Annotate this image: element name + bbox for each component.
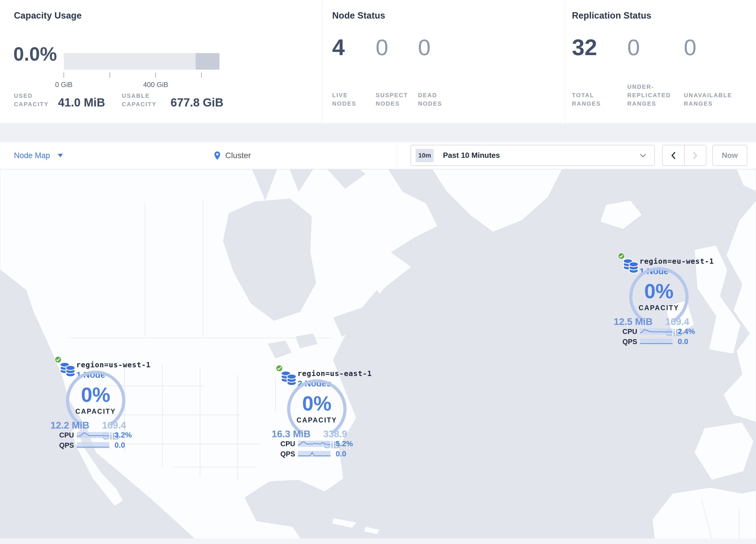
region-qps-row: QPS 0.0 <box>276 449 346 458</box>
axis-tick <box>201 72 202 77</box>
qps-value: 0.0 <box>115 441 125 450</box>
cpu-label: CPU <box>618 328 637 336</box>
region-cpu-row: CPU 2.4% <box>618 327 695 336</box>
breadcrumb[interactable]: Cluster <box>214 142 251 169</box>
qps-sparkline <box>77 442 109 448</box>
cpu-label: CPU <box>55 431 74 439</box>
replication-status-title: Replication Status <box>572 10 651 21</box>
section-divider <box>322 0 322 123</box>
region-cpu-row: CPU 5.2% <box>276 439 353 448</box>
region-capacity-percent: 0% <box>283 392 350 415</box>
now-button[interactable]: Now <box>712 145 747 166</box>
chevron-right-icon <box>693 152 697 159</box>
region-cpu-row: CPU 3.2% <box>55 431 132 440</box>
region-qps-row: QPS 0.0 <box>55 441 125 450</box>
qps-label: QPS <box>276 450 295 458</box>
time-range-label: Past 10 Minutes <box>443 151 500 160</box>
suspect-nodes-count: 0 <box>376 34 388 61</box>
chevron-down-icon <box>640 153 646 157</box>
axis-tick-label: 400 GiB <box>135 81 176 89</box>
under-replicated-label: UNDER-REPLICATED RANGES <box>627 83 681 108</box>
dead-nodes-label: DEAD NODES <box>418 91 453 108</box>
dead-nodes-count: 0 <box>418 34 430 61</box>
cpu-sparkline <box>77 432 109 438</box>
region-marker-us-east-1[interactable]: region=us-east-1 2 Nodes 0% CAPACITY 16.… <box>276 365 363 458</box>
capacity-usage-title: Capacity Usage <box>14 10 82 21</box>
step-forward-button-disabled[interactable] <box>684 145 706 165</box>
region-marker-us-west-1[interactable]: region=us-west-1 1 Node 0% CAPACITY 12.2… <box>55 357 142 449</box>
region-capacity-percent: 0% <box>626 280 692 303</box>
time-step-buttons <box>662 145 706 166</box>
axis-tick <box>155 72 156 77</box>
cpu-value: 5.2% <box>336 439 353 448</box>
map-bottom-strip <box>0 538 756 544</box>
region-capacity-label: CAPACITY <box>62 408 129 416</box>
step-back-button[interactable] <box>663 145 684 165</box>
unavailable-count: 0 <box>684 34 696 61</box>
chevron-left-icon <box>671 152 676 159</box>
used-capacity-label: USED CAPACITY <box>14 92 53 108</box>
qps-sparkline <box>640 339 673 345</box>
map-toolbar: Node Map Cluster 10m Past 10 Minutes Now <box>0 142 756 169</box>
page-background-band <box>0 124 756 142</box>
toolbar-divider <box>397 142 397 169</box>
region-capacity-label: CAPACITY <box>283 416 350 424</box>
used-capacity-value: 41.0 MiB <box>58 96 105 108</box>
qps-sparkline <box>298 451 330 457</box>
axis-tick <box>63 72 64 77</box>
axis-tick <box>110 72 110 77</box>
qps-value: 0.0 <box>678 337 688 346</box>
region-qps-row: QPS 0.0 <box>618 337 688 346</box>
cpu-sparkline <box>298 441 330 447</box>
live-nodes-count: 4 <box>332 34 345 61</box>
capacity-bar <box>64 53 219 70</box>
region-capacity-percent: 0% <box>62 383 129 407</box>
time-range-badge: 10m <box>416 149 434 162</box>
unavailable-label: UNAVAILABLE RANGES <box>684 91 746 108</box>
live-nodes-label: LIVE NODES <box>332 91 368 108</box>
cpu-value: 3.2% <box>115 431 132 440</box>
cpu-label: CPU <box>276 440 295 448</box>
region-capacity-label: CAPACITY <box>626 304 692 312</box>
view-selector-label: Node Map <box>14 151 50 160</box>
total-ranges-label: TOTAL RANGES <box>572 91 613 108</box>
section-divider <box>565 0 566 123</box>
cpu-sparkline <box>640 329 673 335</box>
cpu-value: 2.4% <box>678 327 695 336</box>
usable-capacity-value: 677.8 GiB <box>170 96 223 108</box>
usable-capacity-label: USABLE CAPACITY <box>122 92 166 108</box>
caret-down-icon <box>58 154 63 157</box>
view-selector-dropdown[interactable]: Node Map <box>14 142 63 169</box>
qps-value: 0.0 <box>336 449 346 458</box>
time-range-selector[interactable]: 10m Past 10 Minutes <box>410 145 655 166</box>
under-replicated-count: 0 <box>627 34 640 61</box>
qps-label: QPS <box>618 338 637 346</box>
breadcrumb-label: Cluster <box>225 151 251 160</box>
cluster-summary-bar: Capacity Usage 0.0% 0 GiB 400 GiB USED C… <box>0 0 756 123</box>
node-status-title: Node Status <box>332 10 385 21</box>
axis-tick-label: 0 GiB <box>43 81 84 89</box>
suspect-nodes-label: SUSPECT NODES <box>376 91 414 108</box>
node-map[interactable]: region=us-west-1 1 Node 0% CAPACITY 12.2… <box>0 169 756 544</box>
capacity-values-row: USED CAPACITY 41.0 MiB USABLE CAPACITY 6… <box>14 92 223 108</box>
cockroachdb-cluster-overview: { "stats": { "capacity": { "title": "Cap… <box>0 0 756 544</box>
map-pin-icon <box>214 151 221 160</box>
region-marker-eu-west-1[interactable]: region=eu-west-1 1 Node 0% CAPACITY 12.5… <box>618 253 705 346</box>
capacity-bar-reserved-segment <box>196 53 219 70</box>
total-ranges-count: 32 <box>572 34 597 61</box>
capacity-percent: 0.0% <box>13 43 57 65</box>
qps-label: QPS <box>55 441 74 449</box>
